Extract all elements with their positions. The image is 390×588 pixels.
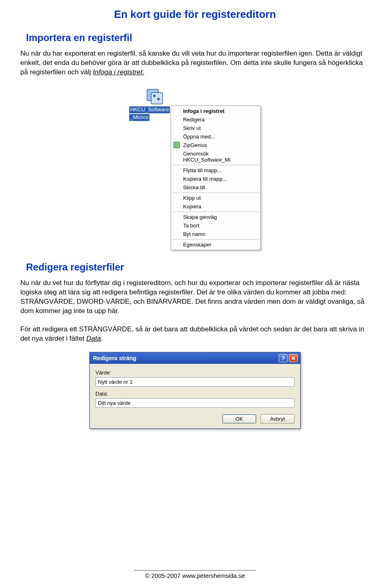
icon-filename-line2: _Micros: [129, 114, 150, 121]
menu-item[interactable]: ZipGenius: [171, 141, 260, 149]
paragraph-import-emphasis: Infoga i registret.: [93, 68, 145, 76]
edit-string-dialog: Redigera sträng ? ✕ Värde: Data: OK Avbr…: [89, 352, 301, 429]
menu-separator: [172, 212, 260, 212]
menu-item[interactable]: Kopiera: [171, 202, 260, 211]
paragraph-edit-1: Nu när du vet hur du förflyttar dig i re…: [20, 279, 370, 316]
menu-item[interactable]: Öppna med...: [171, 132, 260, 141]
menu-item-label: Kopiera: [183, 203, 202, 210]
menu-item-label: Öppna med...: [183, 134, 215, 140]
close-button[interactable]: ✕: [289, 354, 298, 362]
menu-item[interactable]: Byt namn: [171, 230, 260, 238]
menu-item[interactable]: Infoga i registret: [171, 107, 260, 115]
menu-item-label: Genomsök HKCU_Software_Mi: [183, 151, 230, 163]
context-menu-figure: HKCU_Software _Micros Infoga i registret…: [20, 86, 370, 250]
menu-item[interactable]: Egenskaper: [171, 240, 260, 249]
label-data: Data:: [95, 391, 295, 397]
dialog-title: Redigera sträng: [93, 355, 277, 361]
paragraph-edit-2-pre: För att redigera ett STRÄNGVÄRDE, så är …: [20, 325, 364, 342]
svg-rect-1: [151, 93, 162, 104]
label-value: Värde:: [95, 370, 295, 376]
menu-item-label: Skriv ut: [183, 125, 201, 131]
menu-item[interactable]: Genomsök HKCU_Software_Mi: [171, 149, 260, 164]
svg-point-2: [153, 95, 156, 97]
footer-text: © 2005-2007 www.petershemsida.se: [145, 572, 245, 579]
svg-point-3: [157, 98, 160, 100]
menu-item-label: Skicka till: [183, 184, 205, 190]
menu-item[interactable]: Skicka till: [171, 183, 260, 192]
ok-button[interactable]: OK: [222, 414, 256, 424]
menu-item[interactable]: Skriv ut: [171, 124, 260, 132]
menu-item-label: Byt namn: [183, 231, 206, 237]
icon-filename-line1: HKCU_Software: [129, 106, 169, 113]
menu-item[interactable]: Flytta till mapp...: [171, 166, 260, 175]
context-menu: Infoga i registretRedigeraSkriv utÖppna …: [171, 106, 261, 250]
dialog-titlebar: Redigera sträng ? ✕: [90, 352, 300, 364]
cancel-button[interactable]: Avbryt: [260, 414, 295, 424]
input-value[interactable]: [95, 377, 295, 387]
menu-item[interactable]: Klipp ut: [171, 194, 260, 202]
menu-item-label: Kopiera till mapp...: [183, 176, 227, 182]
section-heading-import: Importera en registerfil: [26, 32, 370, 43]
menu-separator: [172, 192, 260, 193]
menu-item[interactable]: Skapa genväg: [171, 213, 260, 221]
paragraph-edit-2-em: Data: [87, 335, 101, 342]
footer-separator: [134, 570, 256, 571]
input-data[interactable]: [95, 398, 295, 408]
menu-separator: [172, 165, 260, 165]
menu-separator: [172, 239, 260, 240]
paragraph-edit-2-post: .: [101, 335, 103, 342]
menu-item[interactable]: Ta bort: [171, 221, 260, 230]
menu-item-label: ZipGenius: [183, 142, 207, 148]
menu-item-label: Egenskaper: [183, 242, 211, 248]
menu-item-label: Redigera: [183, 117, 205, 123]
menu-item-label: Skapa genväg: [183, 214, 217, 220]
page-footer: © 2005-2007 www.petershemsida.se: [0, 570, 390, 579]
help-button[interactable]: ?: [279, 354, 288, 362]
menu-item-label: Ta bort: [183, 223, 199, 229]
section-heading-edit: Redigera registerfiler: [26, 262, 370, 273]
menu-item-label: Klipp ut: [183, 195, 201, 201]
paragraph-edit-2: För att redigera ett STRÄNGVÄRDE, så är …: [20, 325, 370, 344]
menu-item-label: Flytta till mapp...: [183, 167, 222, 173]
document-title: En kort guide för registereditorn: [20, 8, 370, 21]
paragraph-import-text: Nu när du har exporterat en registerfil,…: [20, 50, 363, 76]
menu-item[interactable]: Redigera: [171, 115, 260, 124]
registry-file-icon: [145, 86, 165, 106]
paragraph-import: Nu när du har exporterat en registerfil,…: [20, 49, 370, 77]
menu-item-label: Infoga i registret: [183, 108, 225, 114]
menu-item[interactable]: Kopiera till mapp...: [171, 175, 260, 183]
zipgenius-icon: [173, 142, 180, 148]
